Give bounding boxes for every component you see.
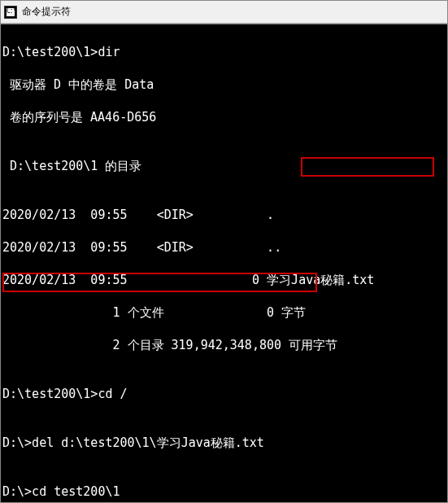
dir-entry: 2020/02/13 09:55 <DIR> .. [2, 239, 446, 256]
prompt-line-del: D:\>del d:\test200\1\学习Java秘籍.txt [2, 435, 446, 451]
window-title: 命令提示符 [22, 5, 71, 19]
prompt-line: D:\>cd test200\1 [2, 483, 446, 500]
titlebar[interactable]: C:\ 命令提示符 [1, 1, 447, 24]
dir-entry: 2020/02/13 09:55 <DIR> . [2, 207, 446, 223]
output-line: D:\test200\1 的目录 [2, 158, 446, 174]
summary-line: 2 个目录 319,942,348,800 可用字节 [2, 337, 446, 353]
dir-entry-file: 2020/02/13 09:55 0 学习Java秘籍.txt [2, 272, 446, 288]
cmd-icon-label: C:\ [7, 7, 15, 15]
terminal-output[interactable]: D:\test200\1>dir 驱动器 D 中的卷是 Data 卷的序列号是 … [1, 24, 447, 502]
summary-line: 1 个文件 0 字节 [2, 304, 446, 321]
cmd-window: C:\ 命令提示符 D:\test200\1>dir 驱动器 D 中的卷是 Da… [0, 0, 448, 503]
output-line: 卷的序列号是 AA46-D656 [2, 109, 446, 125]
prompt-line: D:\test200\1>dir [2, 44, 446, 60]
prompt-line: D:\test200\1>cd / [2, 386, 446, 402]
output-line: 驱动器 D 中的卷是 Data [2, 77, 446, 93]
cmd-icon: C:\ [4, 6, 17, 19]
